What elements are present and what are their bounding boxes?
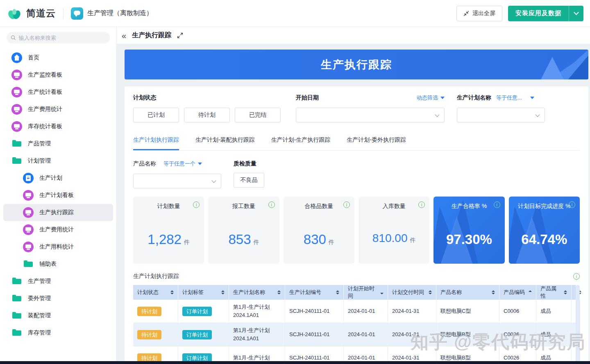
- sidebar-item-home[interactable]: 首页: [3, 49, 113, 66]
- filter-row-2: 产品名称 等于任意一个: [133, 160, 580, 188]
- plan-name-condition-link[interactable]: 等于任意...: [496, 94, 534, 102]
- jiandaoyun-logo[interactable]: 简道云: [7, 7, 56, 20]
- plan-name-select[interactable]: [457, 108, 545, 122]
- sidebar-item[interactable]: 生产费用统计: [3, 221, 113, 238]
- stat-cards: 计划数量 1,282件 报工数量 853件 合格品数量 830件: [133, 197, 580, 264]
- sidebar-item[interactable]: 生产计划: [3, 170, 113, 187]
- sidebar-item-label: 首页: [28, 54, 39, 61]
- banner-title: 生产执行跟踪: [321, 57, 392, 72]
- sort-icon[interactable]: [275, 290, 281, 294]
- column-header[interactable]: 生产计划名称: [229, 285, 285, 300]
- sidebar-item-active[interactable]: 生产执行跟踪: [3, 204, 113, 221]
- search-input[interactable]: [19, 35, 106, 41]
- dynamic-filter-link[interactable]: 动态筛选: [417, 94, 445, 102]
- info-icon[interactable]: [573, 273, 580, 280]
- quality-option-button[interactable]: 不良品: [234, 173, 264, 188]
- sidebar-item[interactable]: 生产费用统计: [3, 101, 113, 118]
- plan-status-filter: 计划状态 已计划 待计划 已完结: [133, 94, 281, 122]
- info-icon[interactable]: [268, 201, 275, 208]
- column-header[interactable]: 计划状态: [133, 285, 178, 300]
- info-icon[interactable]: [569, 201, 575, 208]
- dashboard-icon: [11, 121, 22, 132]
- install-app-button[interactable]: 安装应用及数据: [508, 6, 569, 21]
- current-app: 生产管理（离散制造）: [71, 7, 153, 20]
- plan-status-option-button[interactable]: 待计划: [184, 108, 230, 122]
- plan-name-cell: 第1月-生产计划 2024.1A01: [229, 300, 285, 323]
- start-date-filter: 开始日期 动态筛选: [296, 94, 445, 122]
- sidebar-item[interactable]: 生产管理: [3, 273, 113, 290]
- triangle-down-icon: [440, 97, 445, 99]
- product-name-filter: 产品名称 等于任意一个: [133, 160, 221, 188]
- stat-card-inbound-qty: 入库数量 810.00件: [359, 197, 429, 264]
- column-header[interactable]: 产品属性: [536, 285, 572, 300]
- fullscreen-expand-icon[interactable]: [177, 32, 183, 38]
- sidebar-item-label: 辅助表: [39, 260, 57, 268]
- sort-icon[interactable]: [561, 290, 567, 294]
- tab-outsourcing-execution[interactable]: 生产计划-委外执行跟踪: [347, 136, 406, 150]
- stat-value: 810.00: [372, 232, 408, 244]
- sort-icon[interactable]: [378, 290, 384, 294]
- product-name-select[interactable]: [133, 174, 221, 188]
- sort-icon[interactable]: [526, 290, 532, 294]
- plan-name-label: 生产计划名称: [457, 94, 491, 102]
- sidebar-item[interactable]: 库存统计看板: [3, 118, 113, 135]
- sidebar-item[interactable]: 计划管理: [3, 152, 113, 170]
- sidebar-item-label: 生产计划: [39, 174, 62, 182]
- quality-filter: 质检质量 不良品: [234, 160, 264, 188]
- page-title: 生产执行跟踪: [132, 31, 171, 40]
- collapse-sidebar-icon[interactable]: «: [120, 31, 128, 41]
- sort-icon[interactable]: [334, 290, 339, 294]
- install-app-split-button: 安装应用及数据: [508, 6, 583, 21]
- dashboard-icon: [23, 224, 34, 235]
- column-header[interactable]: 计划开始时间: [344, 285, 388, 300]
- start-date-select[interactable]: [296, 108, 445, 122]
- start-date-cell: 2024-01-01: [344, 300, 388, 323]
- exit-fullscreen-button[interactable]: 退出全屏: [456, 6, 502, 21]
- sort-icon[interactable]: [168, 290, 174, 294]
- report-tabs: 生产计划执行跟踪 生产计划-装配执行跟踪 生产计划-生产执行跟踪 生产计划-委外…: [133, 136, 580, 151]
- sidebar-item-label: 库存管理: [28, 329, 51, 337]
- column-header[interactable]: 产品名称: [436, 285, 499, 300]
- deliver-date-cell: 2024-01-31: [388, 323, 436, 346]
- stat-card-qualified-qty: 合格品数量 830件: [284, 197, 354, 264]
- sidebar-item[interactable]: 库存管理: [3, 324, 113, 341]
- column-header[interactable]: 产品编码: [499, 285, 536, 300]
- tab-production-execution[interactable]: 生产计划-生产执行跟踪: [271, 136, 331, 150]
- table-row[interactable]: 待计划 订单计划 第1月-生产计划 2024.1A01 SCJH-240111-…: [133, 323, 576, 346]
- table-row[interactable]: 待计划 订单计划 第1月-生产计划 2024.1A01 SCJH-240111-…: [133, 300, 576, 323]
- install-app-dropdown-button[interactable]: [569, 6, 583, 21]
- table-scrollbar[interactable]: [576, 285, 580, 364]
- plan-status-label: 计划状态: [133, 94, 156, 102]
- product-code-cell: C0026: [499, 323, 536, 346]
- plan-status-option-button[interactable]: 已计划: [133, 108, 179, 122]
- sidebar-item[interactable]: 委外管理: [3, 290, 113, 307]
- stat-card-planned-qty: 计划数量 1,282件: [133, 197, 204, 264]
- exit-fullscreen-label: 退出全屏: [472, 10, 495, 17]
- start-date-label: 开始日期: [296, 94, 319, 102]
- bottom-strip: [0, 361, 590, 364]
- info-icon[interactable]: [343, 201, 350, 208]
- tab-plan-execution[interactable]: 生产计划执行跟踪: [133, 136, 179, 150]
- tab-assembly-execution[interactable]: 生产计划-装配执行跟踪: [195, 136, 255, 150]
- sort-icon[interactable]: [489, 290, 495, 294]
- sidebar-item[interactable]: 生产用料统计: [3, 238, 113, 255]
- sidebar-item[interactable]: 产品管理: [3, 135, 113, 152]
- sidebar-item[interactable]: 辅助表: [3, 255, 113, 273]
- column-header[interactable]: 计划标签: [178, 285, 229, 300]
- compress-icon: [463, 11, 469, 16]
- sidebar-item[interactable]: 生产监控看板: [3, 66, 113, 84]
- sort-icon[interactable]: [426, 290, 432, 294]
- table-title-row: 生产计划执行跟踪: [133, 273, 580, 280]
- sidebar-item[interactable]: 生产计划看板: [3, 187, 113, 204]
- column-header[interactable]: 生产计划编号: [285, 285, 344, 300]
- erp-app-icon: [71, 7, 83, 20]
- sidebar-search: [7, 32, 110, 43]
- sidebar-item[interactable]: 生产统计看板: [3, 84, 113, 101]
- sidebar-item[interactable]: 装配管理: [3, 307, 113, 324]
- product-name-condition-link[interactable]: 等于任意一个: [163, 160, 202, 167]
- home-icon: [11, 52, 22, 63]
- column-header[interactable]: 计划交付时间: [388, 285, 436, 300]
- info-icon[interactable]: [494, 201, 500, 208]
- sort-icon[interactable]: [219, 290, 225, 294]
- plan-status-option-button[interactable]: 已完结: [235, 108, 281, 122]
